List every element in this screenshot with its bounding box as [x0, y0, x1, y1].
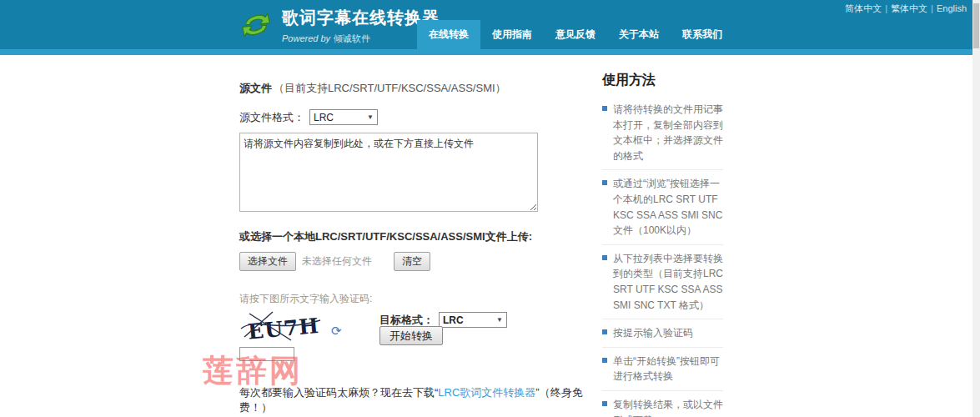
bullet-icon — [602, 180, 607, 185]
converter-form: 源文件（目前支持LRC/SRT/UTF/KSC/SSA/ASS/SMI） 源文件… — [224, 55, 588, 417]
usage-item-text: 或通过“浏览”按钮选择一个本机的LRC SRT UTF KSC SSA ASS … — [613, 178, 722, 236]
captcha-image: EU7H — [239, 310, 323, 345]
sync-arrows-logo-icon — [239, 8, 273, 42]
bullet-icon — [602, 401, 607, 406]
source-format-select[interactable]: LRC ▼ — [309, 109, 378, 125]
scrollbar-thumb[interactable] — [973, 3, 979, 48]
captcha-text: EU7H — [247, 314, 320, 344]
site-title: 歌词字幕在线转换器 — [282, 7, 440, 29]
usage-item-text: 单击“开始转换”按钮即可进行格式转换 — [613, 355, 720, 383]
nav-tab-about[interactable]: 关于本站 — [607, 20, 671, 49]
bullet-icon — [602, 358, 607, 363]
sidebar: 使用方法 请将待转换的文件用记事本打开，复制全部内容到文本框中；并选择源文件的格… — [602, 55, 723, 417]
source-format-hint: （目前支持LRC/SRT/UTF/KSC/SSA/ASS/SMI） — [274, 82, 506, 94]
chevron-down-icon: ▼ — [496, 316, 503, 324]
chevron-down-icon: ▼ — [367, 113, 374, 121]
site-header: 简体中文|繁体中文|English 歌词字幕在线转换器 Powered by倾诚… — [0, 0, 980, 49]
nav-tab-feedback[interactable]: 意见反馈 — [544, 20, 607, 49]
target-format-label: 目标格式： — [379, 313, 434, 328]
bullet-icon — [602, 106, 607, 111]
source-label: 源文件 — [239, 82, 272, 94]
source-section-title: 源文件（目前支持LRC/SRT/UTF/KSC/SSA/ASS/SMI） — [239, 81, 588, 96]
lrc-converter-download-link[interactable]: LRC歌词文件转换器 — [438, 386, 535, 399]
powered-by: Powered by倾诚软件 — [282, 33, 440, 45]
upload-section-title: 或选择一个本地LRC/SRT/UTF/KSC/SSA/ASS/SMI文件上传: — [239, 229, 588, 244]
lang-traditional-chinese[interactable]: 繁体中文 — [891, 3, 927, 13]
powered-by-name: 倾诚软件 — [334, 33, 370, 43]
promo-line: 每次都要输入验证码太麻烦？现在去下载“LRC歌词文件转换器”（终身免费！） — [239, 385, 588, 415]
usage-item-text: 从下拉列表中选择要转换到的类型（目前支持LRC SRT UTF KSC SSA … — [613, 253, 723, 311]
list-item: 按提示输入验证码 — [602, 319, 723, 348]
nav-tab-contact[interactable]: 联系我们 — [671, 20, 734, 49]
lang-english[interactable]: English — [937, 3, 967, 13]
target-format-value: LRC — [443, 314, 464, 326]
usage-item-text: 按提示输入验证码 — [613, 327, 693, 339]
list-item: 单击“开始转换”按钮即可进行格式转换 — [602, 348, 723, 391]
promo-text-before: 每次都要输入验证码太麻烦？现在去下载“ — [239, 386, 438, 399]
lang-separator: | — [885, 3, 887, 13]
powered-by-prefix: Powered by — [282, 33, 330, 43]
nav-tab-online-convert[interactable]: 在线转换 — [417, 20, 480, 49]
list-item: 从下拉列表中选择要转换到的类型（目前支持LRC SRT UTF KSC SSA … — [602, 245, 723, 319]
source-content-textarea[interactable]: 请将源文件内容复制到此处，或在下方直接上传文件 — [239, 133, 538, 212]
language-bar: 简体中文|繁体中文|English — [845, 3, 967, 15]
list-item: 请将待转换的文件用记事本打开，复制全部内容到文本框中；并选择源文件的格式 — [602, 96, 723, 170]
lang-separator: | — [931, 3, 933, 13]
list-item: 或通过“浏览”按钮选择一个本机的LRC SRT UTF KSC SSA ASS … — [602, 170, 723, 244]
list-item: 复制转换结果，或以文件形式下载 — [602, 391, 723, 417]
nav-tab-user-guide[interactable]: 使用指南 — [480, 20, 544, 49]
usage-list: 请将待转换的文件用记事本打开，复制全部内容到文本框中；并选择源文件的格式 或通过… — [602, 96, 723, 417]
refresh-captcha-icon[interactable]: ⟳ — [331, 324, 342, 339]
brand-block: 歌词字幕在线转换器 Powered by倾诚软件 — [282, 7, 440, 45]
bullet-icon — [602, 329, 607, 334]
start-convert-button[interactable]: 开始转换 — [379, 326, 443, 345]
choose-file-button[interactable]: 选择文件 — [239, 252, 296, 271]
header-accent-strip — [0, 49, 980, 55]
captcha-input[interactable] — [239, 347, 294, 361]
no-file-selected-text: 未选择任何文件 — [302, 254, 379, 269]
source-format-label: 源文件格式： — [239, 110, 304, 125]
usage-item-text: 请将待转换的文件用记事本打开，复制全部内容到文本框中；并选择源文件的格式 — [613, 103, 723, 162]
lang-simplified-chinese[interactable]: 简体中文 — [845, 3, 882, 13]
bullet-icon — [602, 255, 607, 260]
clear-button[interactable]: 清空 — [394, 252, 430, 271]
target-format-select[interactable]: LRC ▼ — [439, 312, 507, 328]
usage-item-text: 复制转换结果，或以文件形式下载 — [613, 399, 723, 417]
captcha-prompt: 请按下图所示文字输入验证码: — [239, 292, 588, 306]
source-format-value: LRC — [314, 112, 334, 123]
usage-heading: 使用方法 — [602, 72, 723, 89]
main-nav: 在线转换 使用指南 意见反馈 关于本站 联系我们 — [417, 20, 734, 49]
scrollbar-track[interactable] — [972, 0, 980, 417]
